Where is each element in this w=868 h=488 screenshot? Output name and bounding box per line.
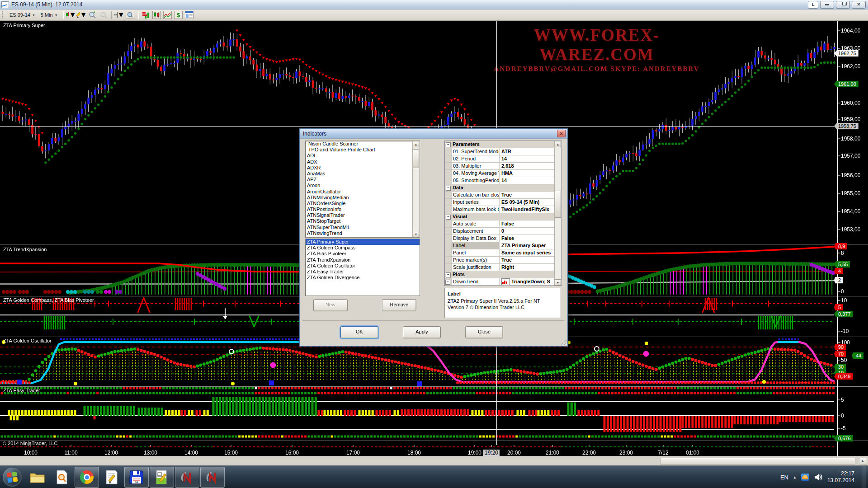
- selected-indicator-item[interactable]: ZTA TrendXpansion: [306, 257, 420, 263]
- grid-scrollbar[interactable]: ▲ ▼: [554, 141, 561, 286]
- taskbar-save-app-button[interactable]: 64: [124, 467, 149, 488]
- property-value[interactable]: Same as input series: [500, 249, 555, 256]
- clock[interactable]: 22:17 13.07.2014: [827, 470, 854, 484]
- indicator-list-item[interactable]: Nison Candle Scanner: [306, 141, 420, 147]
- selected-indicator-item[interactable]: ZTA Bias Pivoteer: [306, 251, 420, 257]
- indicator-list-item[interactable]: ADX: [306, 159, 420, 165]
- ok-button[interactable]: OK: [340, 326, 378, 338]
- indicator-list-item[interactable]: ATNStopTarget: [306, 218, 420, 224]
- available-indicators-list[interactable]: Nison Candle Scanner TPO and Volume Prof…: [305, 141, 420, 238]
- property-value[interactable]: True: [500, 257, 555, 263]
- property-value[interactable]: 14: [500, 177, 555, 184]
- grid-property-row[interactable]: Scale justificationRight: [445, 264, 555, 271]
- property-value[interactable]: ATR: [500, 148, 555, 155]
- indicator-list-item[interactable]: ATNPostionInfo: [306, 206, 420, 212]
- grid-group-row[interactable]: −Visual: [445, 213, 555, 221]
- chart-style-button[interactable]: ▼: [66, 10, 76, 20]
- apply-button[interactable]: Apply: [403, 326, 441, 338]
- drawing-tools-button[interactable]: ▼: [76, 10, 87, 20]
- properties-grid[interactable]: −Parameters01. SuperTrend ModeATR02. Per…: [444, 141, 562, 286]
- tray-expand-icon[interactable]: ▲: [793, 475, 797, 479]
- indicator-list-item[interactable]: ADXR: [306, 165, 420, 171]
- zoom-in-button[interactable]: [87, 10, 98, 20]
- indicator-list-item[interactable]: ATNMovingMedian: [306, 195, 420, 201]
- taskbar-search-button[interactable]: [50, 467, 74, 487]
- interval-dropdown[interactable]: 5 Min ▼: [38, 10, 61, 20]
- taskbar-notes-app-button[interactable]: [150, 467, 174, 488]
- indicator-list-item[interactable]: ATNOrdersSingle: [306, 201, 420, 206]
- grid-property-row[interactable]: LabelZTA Primary Super: [445, 242, 555, 249]
- selected-indicator-item[interactable]: ZTA Golden Compass: [306, 245, 420, 251]
- grid-property-row[interactable]: 02. Period14: [445, 155, 555, 163]
- selected-indicator-item[interactable]: ZTA Golden Divergence: [306, 275, 420, 281]
- collapse-icon[interactable]: −: [446, 186, 451, 191]
- grid-property-row[interactable]: Input seriesES 09-14 (5 Min): [445, 199, 555, 206]
- property-value[interactable]: TwoHundredFiftySix: [500, 206, 555, 213]
- property-value[interactable]: ES 09-14 (5 Min): [500, 199, 555, 206]
- property-value[interactable]: 0: [500, 228, 555, 235]
- property-value[interactable]: False: [500, 221, 555, 227]
- scroll-thumb[interactable]: [413, 149, 419, 168]
- indicator-list-item[interactable]: ATNSignalTrader: [306, 212, 420, 218]
- property-value[interactable]: ZTA Primary Super: [500, 242, 555, 249]
- indicator-list-item[interactable]: AroonOscillator: [306, 189, 420, 195]
- selected-indicator-item[interactable]: ZTA Golden Oscillator: [306, 263, 420, 269]
- bar-chart-button[interactable]: [141, 10, 151, 20]
- cloud-tray-icon[interactable]: [801, 474, 809, 481]
- scroll-down-icon[interactable]: ▼: [555, 279, 561, 286]
- resize-grip[interactable]: [561, 340, 566, 345]
- grid-property-row[interactable]: Display in Data BoxFalse: [445, 235, 555, 242]
- property-value[interactable]: True: [500, 192, 555, 198]
- speaker-icon[interactable]: [814, 473, 823, 481]
- language-indicator[interactable]: EN: [780, 474, 788, 481]
- scroll-thumb[interactable]: [555, 191, 561, 218]
- property-value[interactable]: HMA: [500, 170, 555, 177]
- hscroll-thumb[interactable]: [660, 458, 855, 465]
- taskbar-explorer-button[interactable]: [26, 467, 49, 487]
- scroll-up-icon[interactable]: ▲: [413, 141, 419, 147]
- indicator-list-item[interactable]: AnaMas: [306, 171, 420, 177]
- minimize-button[interactable]: [820, 1, 834, 9]
- property-value[interactable]: 2,618: [500, 163, 555, 169]
- close-button[interactable]: ✕: [852, 1, 866, 9]
- grid-property-row[interactable]: Auto scaleFalse: [445, 221, 555, 228]
- scroll-down-icon[interactable]: ▼: [413, 231, 419, 237]
- toolbar-grip[interactable]: [2, 11, 4, 19]
- indicator-list-item[interactable]: ATNSuperTrendM1: [306, 225, 420, 230]
- collapse-icon[interactable]: −: [446, 272, 451, 277]
- remove-button[interactable]: Remove: [382, 299, 416, 311]
- property-value[interactable]: TriangleDown; S: [500, 278, 555, 285]
- expand-icon[interactable]: +: [445, 280, 450, 285]
- restore-button[interactable]: [836, 1, 850, 9]
- indicator-list-item[interactable]: ATNswingTrend: [306, 230, 420, 236]
- show-desktop-button[interactable]: [862, 466, 866, 488]
- indicator-list-item[interactable]: Aroon: [306, 183, 420, 188]
- window-titlebar[interactable]: ES 09-14 (5 Min) 12.07.2014 L ✕: [0, 0, 868, 9]
- available-list-scrollbar[interactable]: ▲ ▼: [412, 141, 420, 237]
- grid-property-row[interactable]: Calculate on bar closeTrue: [445, 192, 555, 199]
- line-chart-button[interactable]: [162, 10, 173, 20]
- property-value[interactable]: 14: [500, 155, 555, 162]
- indicator-list-item[interactable]: APZ: [306, 177, 420, 183]
- dialog-close-button[interactable]: ✕: [557, 130, 566, 137]
- dialog-titlebar[interactable]: Indicators ✕: [300, 129, 567, 139]
- taskbar-ninjatrader-button[interactable]: [175, 467, 199, 488]
- grid-property-row[interactable]: Maximum bars look backTwoHundredFiftySix: [445, 206, 555, 213]
- taskbar-chrome-button[interactable]: [75, 467, 99, 488]
- indicator-list-item[interactable]: ADL: [306, 153, 420, 159]
- start-button[interactable]: [3, 468, 22, 487]
- indicator-list-item[interactable]: TPO and Volume Profile Chart: [306, 147, 420, 153]
- zoom-out-button[interactable]: [98, 10, 109, 20]
- candle-chart-button[interactable]: [151, 10, 162, 20]
- selected-indicator-item[interactable]: ZTA Primary Super: [306, 239, 420, 245]
- property-value[interactable]: False: [500, 235, 555, 242]
- selected-indicators-list[interactable]: ZTA Primary SuperZTA Golden CompassZTA B…: [305, 239, 420, 296]
- grid-property-row[interactable]: +DownTrendTriangleDown; S: [445, 278, 555, 286]
- new-button[interactable]: New: [313, 299, 348, 311]
- hscroll-right-arrow[interactable]: ►: [859, 458, 867, 465]
- grid-group-row[interactable]: −Data: [445, 184, 555, 192]
- grid-property-row[interactable]: 04. Moving Average TypeHMA: [445, 170, 555, 177]
- grid-property-row[interactable]: Price marker(s)True: [445, 257, 555, 264]
- taskbar-notepad-button[interactable]: [100, 467, 123, 487]
- scroll-up-icon[interactable]: ▲: [555, 141, 561, 147]
